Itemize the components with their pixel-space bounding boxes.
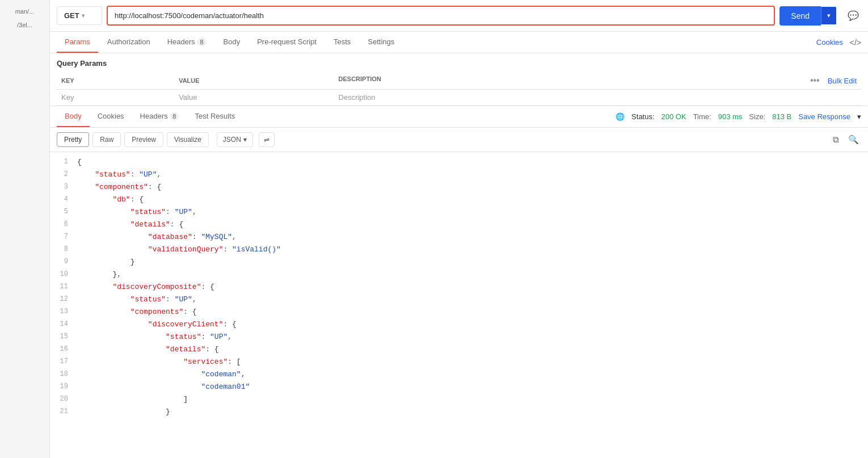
syntax-token: "codeman" <box>201 370 241 379</box>
code-line: 12 "status": "UP", <box>50 294 868 306</box>
status-value: 200 OK <box>661 112 686 121</box>
search-icon[interactable]: 🔍 <box>846 132 861 147</box>
code-line: 7 "database": "MySQL", <box>50 232 868 244</box>
params-options-icon[interactable]: ••• <box>810 75 820 86</box>
line-content: "status": "UP", <box>77 294 868 306</box>
response-tabs-row: Body Cookies Headers 8 Test Results 🌐 St… <box>50 106 868 128</box>
method-label: GET <box>64 11 79 20</box>
syntax-token: , <box>227 333 232 341</box>
params-table: KEY VALUE DESCRIPTION ••• Bulk Edit <box>57 72 861 106</box>
wrap-lines-icon: ⇌ <box>264 136 269 144</box>
preview-view-button[interactable]: Preview <box>124 132 163 147</box>
key-placeholder[interactable]: Key <box>57 90 174 106</box>
visualize-view-button[interactable]: Visualize <box>167 132 209 147</box>
response-tab-test-results[interactable]: Test Results <box>187 106 243 127</box>
method-selector[interactable]: GET ▾ <box>57 6 102 25</box>
time-value: 903 ms <box>718 112 743 121</box>
line-content: "db": { <box>77 194 868 207</box>
syntax-token: { <box>232 320 237 329</box>
syntax-token: "db" <box>112 195 130 204</box>
syntax-token <box>77 220 130 229</box>
line-content: } <box>77 257 868 269</box>
sidebar-item-1[interactable]: man/... <box>0 5 49 18</box>
syntax-token: : <box>166 208 175 216</box>
line-content: "components": { <box>77 182 868 194</box>
url-input-wrapper: http://localhost:7500/codeman/actuator/h… <box>107 6 775 26</box>
line-number: 7 <box>50 232 77 244</box>
syntax-token: { <box>179 220 183 229</box>
response-tab-cookies[interactable]: Cookies <box>90 106 132 127</box>
syntax-token: : <box>201 283 210 291</box>
sidebar-item-2[interactable]: /3el... <box>0 18 49 32</box>
line-content: "database": "MySQL", <box>77 232 868 244</box>
time-label: Time: <box>693 112 711 121</box>
url-display[interactable]: http://localhost:7500/codeman/actuator/h… <box>115 11 264 20</box>
syntax-token: , <box>157 170 161 179</box>
pretty-view-button[interactable]: Pretty <box>57 132 89 147</box>
syntax-token <box>77 270 112 279</box>
syntax-token: "UP" <box>175 208 192 216</box>
line-number: 5 <box>50 207 77 219</box>
syntax-token <box>77 170 95 179</box>
comment-icon[interactable]: 💬 <box>845 8 861 23</box>
tab-params[interactable]: Params <box>57 32 98 53</box>
line-content: "status": "UP", <box>77 169 868 182</box>
code-content[interactable]: 1{2 "status": "UP",3 "components": {4 "d… <box>50 152 868 458</box>
line-number: 6 <box>50 219 77 232</box>
bulk-edit-button[interactable]: Bulk Edit <box>828 77 857 85</box>
line-number: 12 <box>50 294 77 306</box>
line-number: 4 <box>50 194 77 207</box>
size-label: Size: <box>749 112 765 121</box>
cookies-link[interactable]: Cookies <box>816 38 843 47</box>
tab-headers[interactable]: Headers 8 <box>159 32 214 53</box>
tab-settings[interactable]: Settings <box>360 32 402 53</box>
value-placeholder[interactable]: Value <box>174 90 334 106</box>
syntax-token <box>77 345 166 354</box>
syntax-token: "details" <box>130 220 170 229</box>
line-content: "status": "UP", <box>77 331 868 344</box>
line-number: 11 <box>50 281 77 294</box>
syntax-token: [ <box>237 358 241 366</box>
syntax-token: } <box>130 258 135 266</box>
send-button[interactable]: Send <box>779 6 821 26</box>
response-section: Body Cookies Headers 8 Test Results 🌐 St… <box>50 106 868 458</box>
syntax-token: { <box>157 183 161 191</box>
syntax-token: : <box>205 345 214 354</box>
code-line: 16 "details": { <box>50 344 868 356</box>
description-placeholder[interactable]: Description <box>334 90 861 106</box>
line-content: "codeman01" <box>77 381 868 394</box>
save-response-chevron-icon[interactable]: ▾ <box>857 112 861 121</box>
syntax-token: "MySQL" <box>201 233 232 241</box>
tab-pre-request[interactable]: Pre-request Script <box>249 32 325 53</box>
response-tab-headers[interactable]: Headers 8 <box>132 106 187 127</box>
save-response-button[interactable]: Save Response <box>798 112 850 121</box>
top-right-icons: 💬 <box>845 8 861 23</box>
syntax-token: : <box>183 308 192 316</box>
syntax-token <box>77 208 130 216</box>
syntax-token: "codeman01" <box>201 383 250 391</box>
line-content: "discoveryClient": { <box>77 319 868 331</box>
syntax-token: "database" <box>148 233 192 241</box>
syntax-token <box>77 183 95 191</box>
syntax-token: , <box>192 208 197 216</box>
copy-icon[interactable]: ⧉ <box>831 132 841 147</box>
line-number: 18 <box>50 369 77 381</box>
tab-tests[interactable]: Tests <box>326 32 359 53</box>
wrap-lines-button[interactable]: ⇌ <box>259 132 275 147</box>
syntax-token: : <box>227 358 237 366</box>
syntax-token <box>77 295 130 304</box>
tab-body[interactable]: Body <box>216 32 248 53</box>
syntax-token: , <box>241 370 246 379</box>
code-line: 6 "details": { <box>50 219 868 232</box>
line-content: { <box>77 157 868 169</box>
format-selector[interactable]: JSON ▾ <box>217 132 253 147</box>
send-dropdown-button[interactable]: ▾ <box>821 7 836 24</box>
syntax-token <box>77 383 201 391</box>
size-value: 813 B <box>772 112 791 121</box>
response-tab-body[interactable]: Body <box>57 106 90 127</box>
syntax-token: "details" <box>166 345 205 354</box>
raw-view-button[interactable]: Raw <box>92 132 121 147</box>
tab-authorization[interactable]: Authorization <box>99 32 158 53</box>
code-icon[interactable]: </> <box>850 38 861 47</box>
line-content: "services": [ <box>77 356 868 369</box>
